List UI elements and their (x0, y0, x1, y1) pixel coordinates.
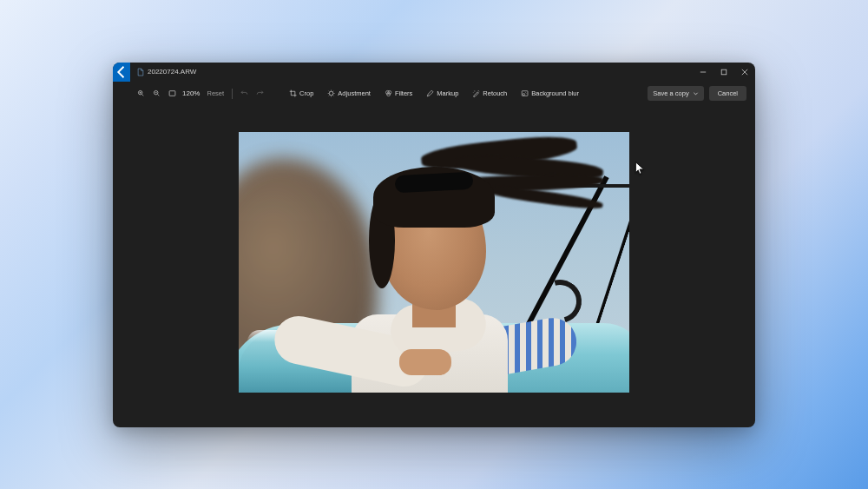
svg-rect-9 (169, 91, 175, 96)
arrow-left-icon (113, 63, 130, 81)
toolbar-divider (232, 89, 233, 99)
zoom-out-button[interactable] (149, 87, 163, 101)
retouch-label: Retouch (483, 89, 507, 97)
retouch-button[interactable]: Retouch (469, 87, 510, 100)
reset-button[interactable]: Reset (203, 89, 227, 97)
markup-icon (426, 89, 434, 97)
crop-label: Crop (299, 89, 313, 97)
zoom-level-label[interactable]: 120% (181, 89, 201, 97)
adjustment-button[interactable]: Adjustment (324, 87, 374, 100)
svg-point-10 (330, 91, 334, 96)
cancel-button[interactable]: Cancel (709, 86, 746, 101)
adjustment-label: Adjustment (338, 89, 371, 97)
svg-point-13 (386, 93, 390, 96)
chevron-down-icon (693, 90, 699, 96)
editor-toolbar: 120% Reset Crop Adjustment Filters Marku… (113, 82, 755, 106)
save-label: Save a copy (653, 89, 688, 97)
markup-button[interactable]: Markup (423, 87, 462, 100)
undo-button[interactable] (237, 87, 251, 101)
window-controls (693, 63, 755, 82)
redo-button[interactable] (253, 87, 266, 101)
toolbar-right-group: Save a copy Cancel (648, 86, 746, 101)
background-blur-button[interactable]: Background blur (517, 87, 582, 100)
toolbar-center-group: Crop Adjustment Filters Markup Retouch B… (286, 87, 582, 100)
background-blur-label: Background blur (531, 89, 579, 97)
crop-icon (289, 89, 297, 97)
minimize-button[interactable] (693, 63, 713, 82)
cancel-label: Cancel (718, 89, 738, 97)
fit-button[interactable] (165, 87, 179, 101)
filters-icon (385, 89, 392, 97)
svg-point-15 (523, 94, 525, 96)
svg-line-3 (141, 95, 143, 96)
filters-button[interactable]: Filters (381, 87, 416, 100)
photo-preview[interactable] (239, 132, 629, 393)
save-copy-button[interactable]: Save a copy (648, 86, 703, 101)
retouch-icon (472, 89, 480, 97)
background-blur-icon (521, 89, 529, 97)
svg-point-17 (527, 93, 528, 94)
editor-canvas[interactable] (113, 106, 755, 427)
crop-button[interactable]: Crop (286, 87, 317, 100)
maximize-button[interactable] (713, 63, 734, 82)
back-button[interactable] (113, 63, 130, 82)
close-button[interactable] (734, 63, 755, 82)
markup-label: Markup (437, 89, 458, 97)
adjustment-icon (327, 89, 335, 97)
svg-line-7 (157, 95, 159, 96)
filename-label: 20220724.ARW (148, 68, 196, 76)
filters-label: Filters (395, 89, 412, 97)
titlebar: 20220724.ARW (113, 63, 755, 82)
svg-rect-1 (721, 69, 727, 75)
zoom-in-button[interactable] (134, 87, 148, 101)
file-icon (137, 68, 144, 76)
svg-point-16 (526, 92, 527, 93)
toolbar-left-group: 120% Reset (134, 87, 266, 101)
photos-editor-window: 20220724.ARW 120% Reset Crop Adjus (113, 63, 755, 427)
